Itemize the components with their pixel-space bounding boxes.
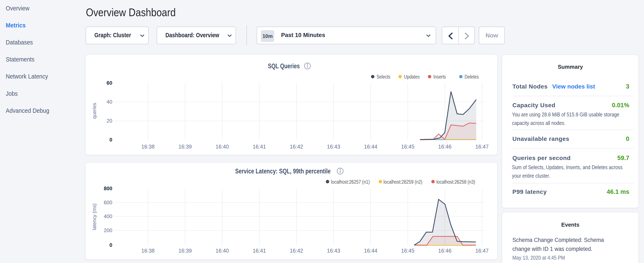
svg-text:16:42: 16:42 [290, 144, 303, 150]
svg-text:16:47: 16:47 [476, 144, 489, 150]
svg-text:400: 400 [104, 213, 112, 219]
svg-text:800: 800 [104, 185, 112, 191]
svg-text:0: 0 [110, 137, 112, 143]
svg-text:16:41: 16:41 [252, 248, 266, 254]
svg-text:16:45: 16:45 [401, 144, 414, 150]
svg-text:16:41: 16:41 [252, 144, 266, 150]
svg-text:16:42: 16:42 [290, 248, 303, 254]
svg-text:16:39: 16:39 [178, 248, 192, 254]
svg-text:Deletes: Deletes [464, 74, 479, 80]
svg-text:SQL Queries: SQL Queries [268, 62, 300, 70]
svg-text:16:43: 16:43 [327, 248, 340, 254]
svg-text:40: 40 [106, 99, 112, 105]
svg-text:Selects: Selects [376, 74, 390, 80]
svg-text:Service Latency: SQL, 99th per: Service Latency: SQL, 99th percentile [235, 167, 330, 175]
svg-text:Updates: Updates [404, 74, 420, 80]
svg-text:200: 200 [104, 227, 112, 233]
svg-text:16:40: 16:40 [216, 248, 229, 254]
svg-text:60: 60 [106, 80, 112, 86]
svg-text:16:44: 16:44 [364, 248, 378, 254]
svg-text:600: 600 [104, 200, 112, 205]
svg-text:20: 20 [106, 118, 112, 124]
svg-text:16:43: 16:43 [327, 144, 340, 150]
svg-text:localhost:26259 (n2): localhost:26259 (n2) [384, 179, 422, 185]
svg-text:16:44: 16:44 [364, 144, 378, 150]
svg-text:localhost:26258 (n3): localhost:26258 (n3) [436, 179, 476, 185]
svg-text:0: 0 [110, 242, 112, 248]
svg-text:16:40: 16:40 [216, 144, 229, 150]
svg-text:latency (ms): latency (ms) [92, 203, 97, 230]
svg-text:16:38: 16:38 [142, 248, 155, 254]
svg-text:16:45: 16:45 [401, 248, 414, 254]
svg-text:16:38: 16:38 [142, 144, 155, 150]
svg-text:Inserts: Inserts [433, 74, 446, 80]
svg-text:16:46: 16:46 [438, 248, 452, 254]
svg-text:localhost:26257 (n1): localhost:26257 (n1) [331, 179, 370, 185]
svg-text:16:47: 16:47 [476, 248, 489, 254]
svg-text:queries: queries [92, 103, 97, 119]
svg-text:16:39: 16:39 [178, 144, 192, 150]
svg-text:16:46: 16:46 [438, 144, 452, 150]
